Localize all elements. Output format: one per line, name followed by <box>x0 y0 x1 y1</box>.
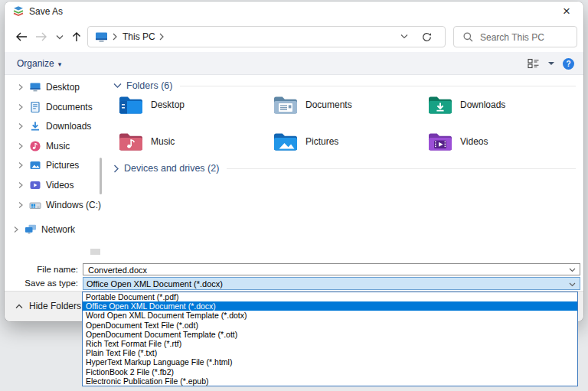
command-toolbar: Organize▾ ? <box>5 52 583 75</box>
expand-chevron-icon[interactable] <box>17 103 24 111</box>
pictures-folder-icon <box>273 131 299 152</box>
help-icon[interactable]: ? <box>563 58 574 70</box>
hide-folders-button[interactable]: Hide Folders <box>15 301 81 311</box>
sidebar-item-music[interactable]: Music <box>5 138 70 155</box>
sidebar-scrollbar-thumb[interactable] <box>100 158 102 194</box>
chevron-right-icon <box>113 165 119 173</box>
file-type-option[interactable]: HyperText Markup Language File (*.html) <box>83 357 577 367</box>
videos-folder-icon <box>427 131 453 152</box>
file-type-option[interactable]: FictionBook 2 File (*.fb2) <box>83 367 577 376</box>
close-icon[interactable]: × <box>556 2 577 21</box>
documents-folder-icon <box>273 94 299 116</box>
expand-chevron-icon[interactable] <box>17 142 24 150</box>
folder-tile-downloads[interactable]: Downloads <box>427 93 573 116</box>
refresh-icon[interactable] <box>421 31 433 43</box>
videos-icon <box>29 179 41 191</box>
music-folder-icon <box>118 131 144 152</box>
network-icon <box>24 223 37 236</box>
content-area: Desktop Documents Downloads Music Pictur <box>5 75 583 260</box>
sidebar-item-network[interactable]: Network <box>5 221 75 238</box>
expand-chevron-icon[interactable] <box>17 83 24 91</box>
downloads-folder-icon <box>427 94 453 116</box>
view-details-icon[interactable] <box>528 58 540 69</box>
music-icon <box>29 140 41 152</box>
search-icon <box>462 31 474 43</box>
drive-icon <box>29 199 41 211</box>
file-type-option[interactable]: Plain Text File (*.txt) <box>83 348 577 357</box>
address-dropdown-chevron-icon[interactable] <box>400 34 408 39</box>
back-button[interactable] <box>12 28 31 46</box>
expand-chevron-icon[interactable] <box>17 161 24 169</box>
breadcrumb-this-pc[interactable]: This PC <box>122 27 155 47</box>
recent-locations-chevron-icon[interactable] <box>51 28 69 46</box>
chevron-up-icon <box>15 304 23 309</box>
file-name-input[interactable] <box>87 264 549 276</box>
app-icon <box>12 5 24 18</box>
sidebar-item-windows-c[interactable]: Windows (C:) <box>5 197 101 213</box>
desktop-icon <box>29 81 41 93</box>
search-box[interactable] <box>453 26 577 47</box>
file-type-option[interactable]: OpenDocument Text File (*.odt) <box>83 321 577 330</box>
chevron-down-icon[interactable] <box>569 268 576 272</box>
desktop-folder-icon <box>118 94 144 116</box>
sidebar-item-pictures[interactable]: Pictures <box>5 157 79 174</box>
organize-dropdown-icon: ▾ <box>58 60 62 68</box>
organize-button[interactable]: Organize▾ <box>17 52 61 75</box>
save-as-type-combo[interactable]: Office Open XML Document (*.docx) <box>83 277 580 290</box>
group-divider <box>180 86 576 86</box>
file-type-option[interactable]: Portable Document (*.pdf) <box>83 292 577 301</box>
file-name-combo[interactable] <box>83 263 580 275</box>
documents-icon <box>29 101 41 113</box>
folder-tile-pictures[interactable]: Pictures <box>273 130 418 153</box>
this-pc-icon <box>95 31 108 43</box>
chevron-down-icon[interactable] <box>569 282 576 287</box>
expand-chevron-icon[interactable] <box>12 226 20 233</box>
file-type-option[interactable]: Rich Text Format File (*.rtf) <box>83 339 577 348</box>
expand-chevron-icon[interactable] <box>17 181 24 189</box>
pictures-icon <box>29 159 41 171</box>
file-type-dropdown-list: Portable Document (*.pdf) Office Open XM… <box>82 292 578 386</box>
folder-tile-videos[interactable]: Videos <box>427 130 573 153</box>
chevron-down-icon <box>113 83 122 89</box>
file-type-option-selected[interactable]: Office Open XML Document (*.docx) <box>83 301 577 311</box>
navigation-bar: This PC <box>5 21 583 52</box>
group-divider <box>227 168 576 169</box>
sidebar-item-desktop[interactable]: Desktop <box>5 79 80 96</box>
file-type-option[interactable]: Word Open XML Document Template (*.dotx) <box>83 311 577 320</box>
view-options-chevron-icon[interactable] <box>547 61 555 67</box>
save-as-screen: Save As × T <box>0 0 588 391</box>
downloads-icon <box>29 120 41 132</box>
sidebar-item-videos[interactable]: Videos <box>5 177 74 194</box>
group-header-folders[interactable]: Folders (6) <box>113 80 577 92</box>
save-as-type-label: Save as type: <box>5 279 78 288</box>
sidebar-item-documents[interactable]: Documents <box>5 99 93 116</box>
expand-chevron-icon[interactable] <box>17 201 24 209</box>
sidebar-hscrollbar-thumb[interactable] <box>90 249 100 255</box>
sidebar-item-downloads[interactable]: Downloads <box>5 118 91 135</box>
breadcrumb-separator-icon[interactable] <box>159 33 164 41</box>
up-button[interactable] <box>67 28 86 46</box>
address-bar[interactable]: This PC <box>87 26 446 47</box>
folder-tile-desktop[interactable]: Desktop <box>118 93 263 116</box>
file-type-option[interactable]: Electronic Publication File (*.epub) <box>83 376 577 386</box>
folder-tile-documents[interactable]: Documents <box>273 93 418 116</box>
breadcrumb-separator-icon <box>113 33 117 41</box>
group-header-devices[interactable]: Devices and drives (2) <box>113 162 577 174</box>
title-bar: Save As × <box>5 2 583 21</box>
save-as-dialog: Save As × T <box>5 2 583 321</box>
save-as-type-value: Office Open XML Document (*.docx) <box>87 279 223 288</box>
window-title: Save As <box>29 2 63 21</box>
folder-tile-music[interactable]: Music <box>118 130 263 153</box>
expand-chevron-icon[interactable] <box>17 122 24 130</box>
file-form-area: File name: Save as type: Office Open XML… <box>5 260 583 291</box>
search-input[interactable] <box>479 28 575 47</box>
file-name-label: File name: <box>5 265 78 274</box>
forward-button[interactable] <box>32 28 51 46</box>
file-type-option[interactable]: OpenDocument Document Template (*.ott) <box>83 330 577 339</box>
